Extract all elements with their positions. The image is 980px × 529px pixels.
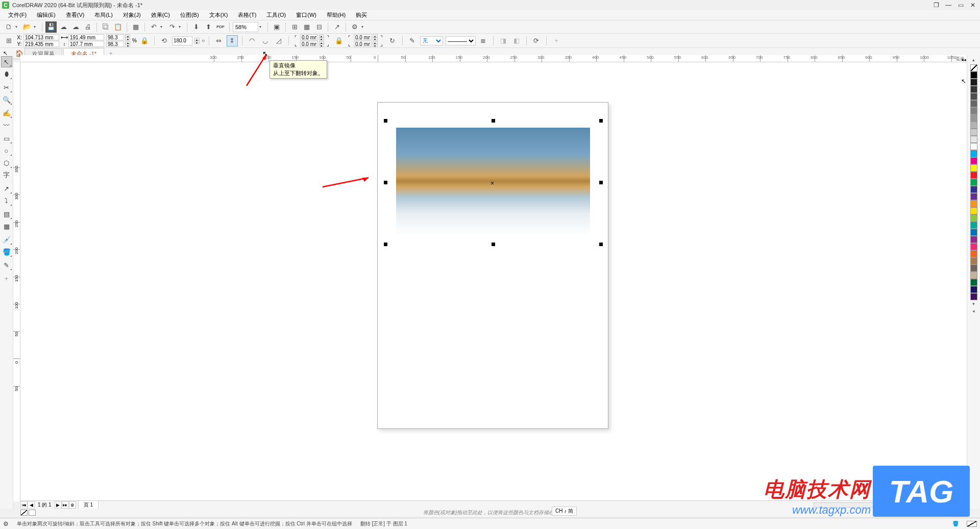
lock-corners-icon[interactable]: 🔒 <box>333 35 345 46</box>
rectangle-tool[interactable]: ▭ <box>1 133 12 144</box>
options-dropdown[interactable]: ▾ <box>361 25 366 29</box>
outline-pen-icon[interactable]: ✎ <box>407 35 418 46</box>
color-swatch[interactable] <box>970 200 977 207</box>
palette-down-icon[interactable]: ▾ <box>972 301 975 306</box>
connector-tool[interactable]: ⤵ <box>1 195 12 206</box>
pick-tool[interactable]: ↖ <box>1 56 12 67</box>
corner-tr-input[interactable] <box>354 34 372 40</box>
selection-handle[interactable] <box>384 119 387 123</box>
ellipse-tool[interactable]: ○ <box>1 145 12 156</box>
scale-y-spinner[interactable]: ▴▾ <box>125 41 130 47</box>
print-icon[interactable]: 🖨 <box>82 21 93 33</box>
menu-object[interactable]: 对象(J) <box>118 10 146 20</box>
undo-icon[interactable]: ↶ <box>148 21 159 33</box>
nav-next-icon[interactable]: ▶ <box>55 501 62 509</box>
selection-handle[interactable] <box>492 243 495 246</box>
selection-handle[interactable] <box>599 181 603 184</box>
color-swatch[interactable] <box>970 179 977 186</box>
launch-icon[interactable]: ↗ <box>331 21 342 33</box>
color-swatch[interactable] <box>970 286 977 293</box>
minimize-icon[interactable]: — <box>943 1 953 9</box>
grid-icon[interactable]: ▦ <box>301 21 312 33</box>
zoom-tool[interactable]: 🔍 <box>1 94 12 105</box>
restore-down-icon[interactable]: ❐ <box>931 1 941 9</box>
corner-br-input[interactable] <box>354 41 372 47</box>
menu-effects[interactable]: 效果(C) <box>146 10 175 20</box>
expand-right-icon[interactable]: ↖ <box>961 78 966 85</box>
color-swatch[interactable] <box>970 172 977 179</box>
scale-x-input[interactable] <box>106 34 124 40</box>
corner-tl-spinner[interactable]: ▴▾ <box>319 34 324 40</box>
text-tool[interactable]: 字 <box>1 170 12 181</box>
color-eyedropper-tool[interactable]: 💉 <box>1 234 12 245</box>
options-icon[interactable]: ⚙ <box>349 21 360 33</box>
fill-indicator[interactable] <box>20 510 36 516</box>
color-swatch[interactable] <box>970 264 977 272</box>
cloud-up-icon[interactable]: ☁ <box>58 21 69 33</box>
height-input[interactable] <box>68 41 104 47</box>
zoom-dropdown[interactable]: ▾ <box>259 25 264 29</box>
outline-swatch[interactable] <box>29 510 36 516</box>
snap-icon[interactable]: ⊞ <box>289 21 300 33</box>
corner-tl-input[interactable] <box>300 34 318 40</box>
color-swatch[interactable] <box>970 243 977 250</box>
canvas[interactable]: × <box>20 62 967 501</box>
color-swatch[interactable] <box>970 150 977 157</box>
selection-handle[interactable] <box>384 243 387 246</box>
freehand-tool[interactable]: ✍ <box>1 107 12 118</box>
color-swatch[interactable] <box>970 229 977 236</box>
menu-tools[interactable]: 工具(O) <box>261 10 291 20</box>
wrap-text-icon[interactable]: ≣ <box>478 35 489 46</box>
copy-icon[interactable]: ⿻ <box>100 21 111 33</box>
crop-tool[interactable]: ✂ <box>1 82 12 93</box>
menu-view[interactable]: 查看(V) <box>61 10 90 20</box>
new-icon[interactable]: 🗋 <box>3 21 14 33</box>
corner-br-spinner[interactable]: ▴▾ <box>373 41 378 47</box>
zoom-input[interactable] <box>233 22 258 32</box>
color-swatch[interactable] <box>970 93 977 100</box>
redo-icon[interactable]: ↷ <box>166 21 178 33</box>
transparency-tool[interactable]: ▦ <box>1 221 12 232</box>
clipboard-icon[interactable]: ▦ <box>130 21 141 33</box>
convert-curves-icon[interactable]: ⟳ <box>531 35 542 46</box>
order-front-icon[interactable]: ◨ <box>498 35 509 46</box>
export-icon[interactable]: ⬆ <box>203 21 214 33</box>
undo-dropdown[interactable]: ▾ <box>160 25 165 29</box>
color-swatch[interactable] <box>970 100 977 107</box>
menu-layout[interactable]: 布局(L) <box>89 10 117 20</box>
close-icon[interactable]: ✕ <box>968 1 978 9</box>
corner-chamfer-icon[interactable]: ◿ <box>273 35 284 46</box>
relative-corner-icon[interactable]: ↻ <box>387 35 398 46</box>
corner-bl-spinner[interactable]: ▴▾ <box>319 41 324 47</box>
mirror-horizontal-icon[interactable]: ⇔ <box>213 35 225 46</box>
rotation-spinner[interactable]: ▴▾ <box>194 38 200 44</box>
drop-shadow-tool[interactable]: ▧ <box>1 208 12 220</box>
palette-up-icon[interactable]: ▴ <box>972 57 975 62</box>
x-input[interactable] <box>23 34 59 40</box>
nav-prev-icon[interactable]: ◀ <box>28 501 35 509</box>
color-swatch[interactable] <box>970 193 977 200</box>
corner-round-icon[interactable]: ◠ <box>247 35 258 46</box>
menu-bitmap[interactable]: 位图(B) <box>175 10 204 20</box>
add-icon[interactable]: + <box>551 35 562 46</box>
open-dropdown[interactable]: ▾ <box>34 25 39 29</box>
mirror-vertical-icon[interactable]: ⇕ <box>227 35 238 46</box>
color-swatch[interactable] <box>970 222 977 229</box>
artistic-media-tool[interactable]: 〰 <box>1 119 12 131</box>
color-swatch[interactable] <box>970 186 977 193</box>
color-swatch[interactable] <box>970 250 977 257</box>
guides-icon[interactable]: ⊟ <box>313 21 325 33</box>
rotation-input[interactable] <box>172 36 192 45</box>
status-fill-swatch[interactable] <box>967 521 977 527</box>
nav-last-icon[interactable]: ⏭ <box>62 501 69 509</box>
color-swatch[interactable] <box>970 272 977 279</box>
polygon-tool[interactable]: ⬡ <box>1 157 12 169</box>
scale-x-spinner[interactable]: ▴▾ <box>125 34 130 40</box>
color-swatch[interactable] <box>970 143 977 150</box>
open-icon[interactable]: 📂 <box>21 21 33 33</box>
menu-window[interactable]: 窗口(W) <box>291 10 322 20</box>
pdf-icon[interactable]: PDF <box>215 21 226 33</box>
menu-text[interactable]: 文本(X) <box>204 10 233 20</box>
color-swatch[interactable] <box>970 136 977 143</box>
color-swatch[interactable] <box>970 236 977 243</box>
